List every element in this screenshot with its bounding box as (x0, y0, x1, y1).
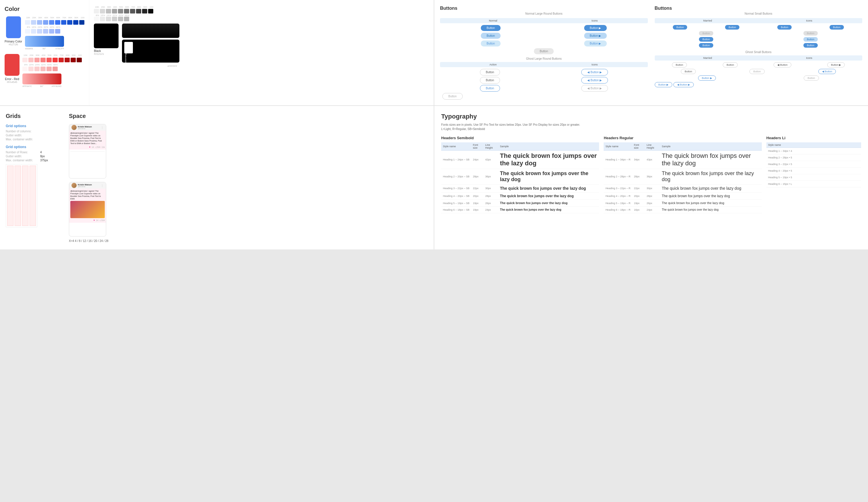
space-section: Space Kristin Watson @kristinw ⋮ @dreami… (69, 113, 428, 242)
btn-primary-2[interactable]: Button ▶ (584, 25, 607, 31)
light-row2: Heading 2 – 28px • 5 (766, 154, 861, 161)
ghost-btn-icon-1[interactable]: ◀ Button ▶ (581, 69, 608, 75)
typo-light-col: Headers Li Style name Heading 1 – 34px •… (766, 136, 861, 213)
ghost-small-r3: Button ▶ Button (655, 75, 862, 81)
small-btn-d1[interactable]: Button (699, 31, 713, 35)
ghost-row2: Button ◀ Button ▶ (440, 77, 648, 84)
ghost-row1: Button ◀ Button ▶ (440, 69, 648, 75)
ghost-s4[interactable]: Button ▶ (827, 62, 845, 67)
grid-gutter-label: Gutter width: (6, 134, 40, 137)
ghost-s7[interactable]: ◀ Button (818, 69, 836, 74)
ghost-small-r1: Button Button ◀ Button Button ▶ (655, 62, 862, 67)
small-btn-p4[interactable]: Button (829, 25, 844, 30)
regular-table-body: Heading 1 – 34px – R 34px 43px The quick… (603, 151, 762, 213)
semibold-row-1: Heading 2 – 20px – SB 28px 36px The quic… (441, 169, 599, 184)
ghost-btn-1[interactable]: Button (480, 69, 500, 75)
ghost-row4: Button (440, 93, 648, 100)
typography-title: Typography (441, 113, 861, 120)
th-style: Style name (441, 142, 471, 151)
grid-cols-label: Number of columns: (6, 130, 40, 133)
r-size-4: 19px (632, 200, 645, 207)
ghost-s5[interactable]: Button (681, 69, 696, 74)
semibold-row-3: Heading 4 – 20px – SB 20px 28px The quic… (441, 192, 599, 199)
ghost-large-title: Ghost Large Round Buttons (440, 57, 648, 60)
phone1-divider (69, 150, 106, 153)
small-btn-last1[interactable]: Button (699, 43, 713, 48)
r-size-3: 20px (632, 192, 645, 199)
light-table-body: Heading 1 – 34px • 4 Heading 2 – 28px • … (766, 148, 861, 187)
buttons-right: Buttons Normal Small Buttons Married Ico… (655, 6, 862, 100)
grids-space-panel: Grids Grid options Number of columns: Gu… (0, 106, 434, 249)
small-btn-row3: Button Button (655, 37, 862, 42)
small-btn-b4[interactable]: Button (803, 37, 818, 42)
grid-rows-label: Number of Rows: (6, 151, 40, 154)
grid-rows-val: 4 (40, 151, 42, 154)
phone1-menu-icon: ⋮ (101, 126, 104, 129)
black-swatch-block: Black #212121 (94, 23, 118, 63)
phone2-name-block: Kristin Watson @kristinw (78, 184, 100, 187)
grid-container2-row: Max. container width: 375px (6, 159, 63, 162)
black-shade-row (94, 9, 429, 13)
btn-secondary4[interactable]: Button ▶ (584, 41, 607, 46)
small-btn-last2[interactable]: Button (803, 43, 818, 48)
grid-gutter2-row: Gutter width: 8px (6, 155, 63, 158)
grid-gutter2-val: 8px (40, 155, 45, 158)
btn-secondary3[interactable]: Button (481, 41, 500, 46)
small-btn-p2[interactable]: Button (725, 25, 740, 30)
ghost-s8[interactable]: Button ▶ (698, 75, 716, 81)
phone2-topbar: Kristin Watson @kristinw ⋮ (69, 182, 106, 189)
r-size-5: 16px (632, 207, 645, 213)
btn-plain-1[interactable]: Button (534, 48, 554, 54)
error-hex: #FA4545 (7, 81, 17, 84)
ghost-s2[interactable]: Button (723, 62, 738, 67)
typography-columns: Headers Semibold Style name Font size Li… (441, 136, 861, 213)
btn-secondary-1[interactable]: Button (481, 33, 500, 39)
small-btn-d2[interactable]: Button (803, 31, 818, 35)
ghost-btn-last[interactable]: Button (442, 93, 463, 100)
phone1-views: 11k (102, 146, 105, 148)
sb-lh-2: 30px (484, 184, 498, 192)
semibold-table-body: Heading 1 – 24px – SB 24px 42px The quic… (441, 151, 599, 213)
ghost-s10[interactable]: Button ▶ (655, 82, 672, 87)
ghost-small-r4: Button ▶ ◀ Button ▶ (655, 82, 862, 87)
small-btn-p3[interactable]: Button (777, 25, 792, 30)
r-lh-1: 36px (645, 169, 660, 184)
ghost-s3[interactable]: ◀ Button (774, 62, 792, 67)
ghost-s9[interactable]: Button (804, 75, 819, 81)
ghost-row3: Button ◀ Button ▶ (440, 85, 648, 92)
black-tint-row (94, 17, 429, 21)
ghost-btn-disabled[interactable]: ◀ Button ▶ (581, 85, 608, 92)
black-gradient (122, 23, 179, 38)
ghost-s6[interactable]: Button (750, 69, 764, 74)
ghost-btn-blue[interactable]: Button (480, 85, 500, 92)
semibold-title: Headers Semibold (441, 136, 599, 140)
ghost-col-headers: Action Icons (440, 62, 648, 67)
phone1-name: Kristin Watson (78, 126, 100, 128)
btn-secondary-2[interactable]: Button ▶ (584, 33, 607, 39)
small-btn-p1[interactable]: Button (673, 25, 687, 30)
th-style-r: Style name (603, 142, 632, 151)
grids-title: Grids (6, 113, 63, 119)
r-label-1: Heading 2 – 28px – R (603, 169, 632, 184)
sb-sample-4: The quick brown fox jumps over the lazy … (498, 200, 599, 207)
btn-primary-1[interactable]: Button (481, 25, 500, 31)
small-btn-b3[interactable]: Button (699, 37, 713, 42)
brainstorming-box: Brainstorming White #FFFFFF (122, 40, 179, 63)
col-normal-label: Normal (442, 19, 544, 22)
grid-options-1-title: Grid options (6, 124, 63, 128)
white-hex: #FFFFFF (167, 65, 177, 67)
ghost-btn-2[interactable]: Button (480, 77, 500, 84)
phone1-likes: 14 (92, 146, 94, 148)
ghost-s11[interactable]: ◀ Button ▶ (673, 82, 694, 87)
ghost-small-headers: Married Icons (655, 55, 862, 61)
ghost-small-r2: Button Button ◀ Button (655, 69, 862, 74)
primary-shades: 10K 20K 30K 40K 50K 60K 70K 80K 90K 100 (25, 17, 84, 50)
primary-gradient-block: #006FA 90° #7ACFF (25, 36, 64, 50)
col-icons-label: Icons (544, 19, 645, 22)
phone2-text: @dreamingInColor I agree! The Freestyle … (70, 190, 105, 200)
btn-row-primary: Button Button ▶ (440, 25, 648, 31)
black-section: 10K 20K 30K 40K 50K 60K 70K 80K 90K 100 (94, 6, 429, 63)
phone1-topbar: Kristin Watson @kristinw ⋮ (69, 124, 106, 130)
ghost-s1[interactable]: Button (672, 62, 687, 67)
ghost-btn-icon-2[interactable]: ◀ Button ▶ (581, 77, 608, 84)
